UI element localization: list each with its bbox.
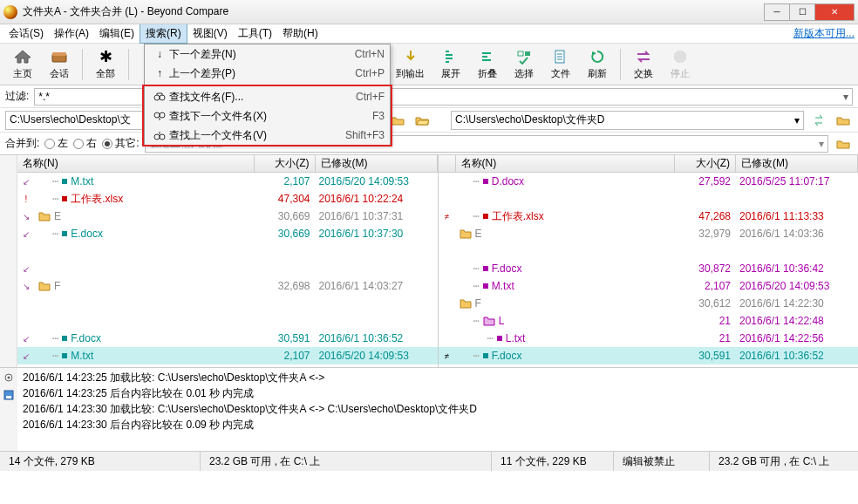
file-row[interactable]: F30,6122016/6/1 14:22:30 <box>439 295 859 312</box>
file-row[interactable]: ⋯D.docx27,5922016/5/25 11:07:17 <box>439 173 859 190</box>
log-pane: 2016/6/1 14:23:25 加载比较: C:\Users\echo\De… <box>0 368 858 452</box>
titlebar: 文件夹A - 文件夹合并 (L) - Beyond Compare ─ ☐ ✕ <box>0 0 858 24</box>
col-size[interactable]: 大小(Z) <box>675 155 736 172</box>
file-row[interactable] <box>439 242 859 260</box>
files-button[interactable]: 文件 <box>543 45 578 84</box>
expand-button[interactable]: 展开 <box>433 45 468 84</box>
session-button[interactable]: 会话 <box>42 45 77 84</box>
file-row[interactable]: ⋯F.docx30,8722016/6/1 10:36:42 <box>439 260 859 277</box>
svg-rect-17 <box>6 396 11 398</box>
left-gutter <box>0 155 17 367</box>
status-right-disk: 23.2 GB 可用 , 在 C:\ 上 <box>710 452 858 471</box>
status-left-count: 14 个文件, 279 KB <box>0 452 201 471</box>
col-date[interactable]: 已修改(M) <box>736 155 858 172</box>
status-right-count: 11 个文件, 229 KB <box>492 452 614 471</box>
menubar: 会话(S) 操作(A) 编辑(E) 搜索(R) 视图(V) 工具(T) 帮助(H… <box>0 24 858 44</box>
file-row[interactable] <box>17 295 438 312</box>
dd-find-prev[interactable]: 查找上一个文件名(V)Shift+F3 <box>145 126 390 145</box>
right-pane: 名称(N) 大小(Z) 已修改(M) ⋯D.docx27,5922016/5/2… <box>439 155 859 367</box>
right-path-input[interactable]: C:\Users\echo\Desktop\文件夹D▾ <box>451 111 804 130</box>
dd-next-diff[interactable]: ↓下一个差异(N)Ctrl+N <box>145 44 390 64</box>
file-row[interactable]: ↘F32,6982016/6/1 14:03:27 <box>17 277 438 295</box>
col-date[interactable]: 已修改(M) <box>316 155 438 172</box>
maximize-button[interactable]: ☐ <box>789 3 815 21</box>
dd-find-file[interactable]: 查找文件名(F)...Ctrl+F <box>145 87 390 106</box>
binoculars-icon <box>150 92 169 102</box>
left-browse-button[interactable] <box>388 111 407 130</box>
menu-search[interactable]: 搜索(R) <box>140 24 187 44</box>
status-left-disk: 23.2 GB 可用 , 在 C:\ 上 <box>201 452 492 471</box>
file-row[interactable]: E32,9792016/6/1 14:03:36 <box>439 225 859 242</box>
merge-bar: 合并到: 左 右 其它: 在这里输入路径▾ <box>0 133 858 155</box>
save-icon[interactable] <box>3 389 15 401</box>
minimize-button[interactable]: ─ <box>764 3 790 21</box>
svg-marker-6 <box>592 51 596 56</box>
file-row[interactable] <box>17 312 438 330</box>
chevron-down-icon: ▾ <box>819 138 824 150</box>
binoculars-up-icon <box>150 130 169 140</box>
mergeto-label: 合并到: <box>5 136 39 151</box>
gear-icon[interactable] <box>3 371 15 384</box>
right-browse-button[interactable] <box>834 111 853 130</box>
left-open-button[interactable] <box>412 111 432 130</box>
dd-find-next[interactable]: 查找下一个文件名(X)F3 <box>145 106 390 126</box>
swap-button[interactable]: 交换 <box>626 45 661 84</box>
file-row[interactable] <box>17 242 438 260</box>
arrow-down-icon: ↓ <box>150 48 169 60</box>
file-row[interactable]: ↙⋯M.txt2,1072016/5/20 14:09:53 <box>17 347 438 364</box>
file-row[interactable]: ≠⋯工作表.xlsx47,2682016/6/1 11:13:33 <box>439 208 859 225</box>
file-row[interactable]: ↘E30,6692016/6/1 10:37:31 <box>17 208 438 225</box>
menu-session[interactable]: 会话(S) <box>3 24 49 43</box>
all-button[interactable]: ✱全部 <box>88 45 123 84</box>
refresh-button[interactable]: 刷新 <box>580 45 615 84</box>
binoculars-down-icon <box>150 111 169 121</box>
svg-rect-4 <box>525 51 530 56</box>
menu-edit[interactable]: 编辑(E) <box>94 24 140 43</box>
chevron-down-icon: ▾ <box>794 114 800 126</box>
close-button[interactable]: ✕ <box>814 3 855 21</box>
select-button[interactable]: 选择 <box>507 45 541 84</box>
menu-view[interactable]: 视图(V) <box>187 24 233 43</box>
log-line: 2016/6/1 14:23:30 加载比较: C:\Users\echo\De… <box>23 401 853 417</box>
svg-point-13 <box>160 134 165 140</box>
file-row[interactable]: ⋯M.txt2,1072016/5/20 14:09:53 <box>439 277 859 295</box>
tooutput-button[interactable]: 到输出 <box>389 45 432 84</box>
file-row[interactable] <box>439 190 859 208</box>
dd-prev-diff[interactable]: ↑上一个差异(P)Ctrl+P <box>145 64 390 83</box>
svg-rect-3 <box>518 51 523 56</box>
chevron-down-icon: ▾ <box>843 91 848 103</box>
status-edit-lock: 编辑被禁止 <box>614 452 710 471</box>
file-row[interactable]: ⋯L212016/6/1 14:22:48 <box>439 312 859 330</box>
menu-tools[interactable]: 工具(T) <box>233 24 277 43</box>
file-row[interactable]: ↙⋯F.docx30,5912016/6/1 10:36:52 <box>17 330 438 347</box>
merge-left-radio[interactable]: 左 <box>44 136 68 151</box>
col-size[interactable]: 大小(Z) <box>255 155 316 172</box>
svg-point-9 <box>160 95 165 100</box>
file-row[interactable]: !⋯工作表.xlsx47,3042016/6/1 10:22:24 <box>17 190 438 208</box>
right-history-button[interactable] <box>809 111 828 130</box>
menu-help[interactable]: 帮助(H) <box>277 24 323 43</box>
col-name[interactable]: 名称(N) <box>456 155 676 172</box>
new-version-link[interactable]: 新版本可用... <box>793 26 855 41</box>
merge-right-radio[interactable]: 右 <box>73 136 97 151</box>
svg-rect-2 <box>52 52 66 56</box>
svg-point-11 <box>160 112 165 118</box>
file-row[interactable]: ≠⋯F.docx30,5912016/6/1 10:36:52 <box>439 347 859 364</box>
path-bar: C:\Users\echo\Desktop\文▾ C:\Users\echo\D… <box>0 108 858 133</box>
statusbar: 14 个文件, 279 KB 23.2 GB 可用 , 在 C:\ 上 11 个… <box>0 452 858 471</box>
file-row[interactable]: ↙⋯E.docx30,6692016/6/1 10:37:30 <box>17 225 438 242</box>
menu-action[interactable]: 操作(A) <box>49 24 94 43</box>
home-button[interactable]: 主页 <box>5 45 40 84</box>
svg-point-10 <box>154 112 160 118</box>
merge-browse-button[interactable] <box>834 134 853 153</box>
merge-other-radio[interactable]: 其它: <box>102 136 139 151</box>
file-row[interactable]: ⋯L.txt212016/6/1 14:22:56 <box>439 330 859 347</box>
file-row[interactable]: ↙ <box>17 260 438 277</box>
stop-button: 停止 <box>663 45 698 84</box>
col-name[interactable]: 名称(N) <box>17 155 255 172</box>
svg-marker-7 <box>674 51 686 63</box>
collapse-button[interactable]: 折叠 <box>470 45 505 84</box>
log-line: 2016/6/1 14:23:25 加载比较: C:\Users\echo\De… <box>23 370 853 385</box>
file-row[interactable]: ↙⋯M.txt2,1072016/5/20 14:09:53 <box>17 173 438 190</box>
dd-separator <box>148 85 386 85</box>
